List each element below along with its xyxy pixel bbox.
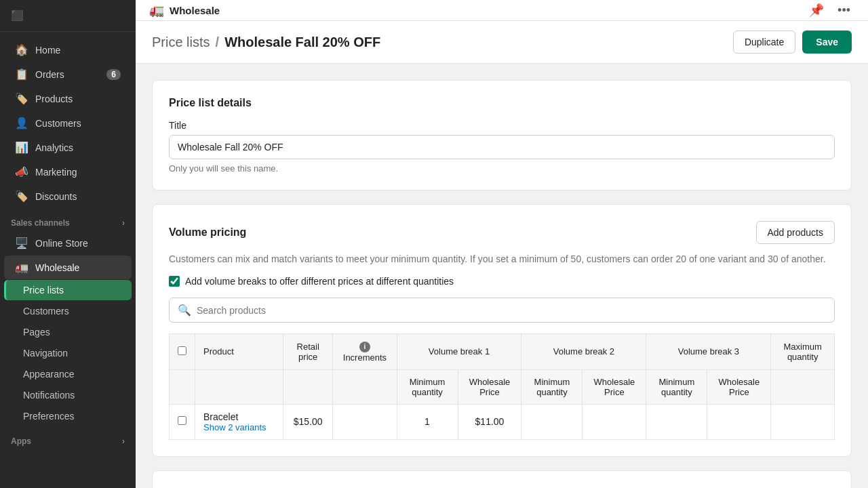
title-input[interactable] (169, 135, 835, 159)
table-row: Bracelet Show 2 variants $15.00 1 $11.00 (170, 404, 835, 439)
sales-channels-title: Sales channels (11, 218, 70, 228)
sidebar-item-wholesale-label: Wholesale (35, 262, 79, 273)
breadcrumb: Price lists / Wholesale Fall 20% OFF (152, 35, 380, 50)
topbar: 🚛 Wholesale 📌 ••• (136, 0, 868, 21)
vb2-min-qty-cell[interactable] (521, 404, 583, 439)
retail-price-col-header: Retail price (283, 334, 333, 370)
sidebar-sub-item-preferences[interactable]: Preferences (4, 406, 132, 426)
sidebar-nav: 🏠 Home 📋 Orders 6 🏷️ Products 👤 Customer… (0, 32, 136, 488)
topbar-left: 🚛 Wholesale (149, 3, 220, 18)
sidebar-item-orders-label: Orders (35, 69, 64, 80)
save-button[interactable]: Save (802, 30, 852, 54)
sidebar-item-online-store[interactable]: 🖥️ Online Store (4, 231, 132, 255)
sidebar-item-discounts[interactable]: 🏷️ Discounts (4, 184, 132, 208)
row-checkbox[interactable] (178, 416, 186, 425)
apps-title: Apps (11, 436, 31, 446)
sidebar-item-home-label: Home (35, 45, 60, 56)
increments-cell (333, 404, 397, 439)
breadcrumb-price-lists-link[interactable]: Price lists (152, 35, 210, 50)
volume-breaks-label: Add volume breaks to offer different pri… (185, 276, 454, 287)
empty-header-0 (170, 369, 195, 404)
row-select-cell (170, 404, 195, 439)
sidebar-sub-item-navigation[interactable]: Navigation (4, 343, 132, 363)
orders-icon: 📋 (15, 68, 28, 81)
sidebar-item-analytics[interactable]: 📊 Analytics (4, 136, 132, 159)
sidebar-sub-item-notifications-label: Notifications (23, 390, 75, 401)
pin-button[interactable]: 📌 (805, 0, 828, 20)
vb1-wholesale-cell[interactable]: $11.00 (458, 404, 521, 439)
add-products-button[interactable]: Add products (756, 221, 835, 244)
empty-header-max (771, 369, 835, 404)
sidebar-logo: ⬛ (0, 0, 136, 32)
vb3-min-qty-cell[interactable] (646, 404, 707, 439)
topbar-wholesale-icon: 🚛 (149, 3, 164, 18)
max-qty-cell[interactable] (771, 404, 835, 439)
vol-break-2-header: Volume break 2 (521, 334, 646, 370)
select-all-checkbox[interactable] (178, 346, 186, 355)
sidebar-sub-item-price-lists[interactable]: Price lists (4, 280, 132, 300)
volume-breaks-checkbox[interactable] (169, 276, 180, 287)
sidebar-sub-item-appearance[interactable]: Appearance (4, 364, 132, 384)
breadcrumb-current-page: Wholesale Fall 20% OFF (224, 35, 380, 50)
vb1-min-qty-sub-header: Minimum quantity (397, 369, 458, 404)
title-hint: Only you will see this name. (169, 163, 835, 174)
info-icon[interactable]: i (359, 342, 370, 352)
store-icon: ⬛ (11, 9, 24, 21)
empty-header-1 (195, 369, 283, 404)
increments-col-header: i Increments (333, 334, 397, 370)
sales-channels-section: Sales channels › (0, 209, 136, 230)
wholesale-icon: 🚛 (15, 261, 28, 274)
product-variants-link[interactable]: Show 2 variants (203, 422, 275, 432)
sidebar-item-marketing[interactable]: 📣 Marketing (4, 160, 132, 184)
product-name-cell: Bracelet Show 2 variants (195, 404, 283, 439)
max-qty-header: Maximum quantity (771, 334, 835, 370)
sidebar-item-discounts-label: Discounts (35, 191, 77, 202)
vb1-wholesale-sub-header: Wholesale Price (458, 369, 521, 404)
sidebar-item-orders[interactable]: 📋 Orders 6 (4, 62, 132, 86)
orders-badge: 6 (106, 69, 121, 80)
sidebar-item-customers-label: Customers (35, 118, 81, 129)
more-options-button[interactable]: ••• (833, 1, 854, 20)
sidebar-item-marketing-label: Marketing (35, 167, 77, 178)
sidebar-item-products[interactable]: 🏷️ Products (4, 87, 132, 110)
vb3-wholesale-cell[interactable] (707, 404, 771, 439)
empty-header-3 (333, 369, 397, 404)
volume-breaks-checkbox-row: Add volume breaks to offer different pri… (169, 276, 835, 287)
wholesale-sub-nav: Price lists Customers Pages Navigation A… (0, 280, 136, 426)
search-products-input[interactable] (197, 305, 826, 316)
marketing-icon: 📣 (15, 165, 28, 178)
vb3-min-qty-sub-header: Minimum quantity (646, 369, 707, 404)
sidebar-sub-item-price-lists-label: Price lists (23, 285, 64, 296)
home-icon: 🏠 (15, 43, 28, 56)
sidebar-item-customers[interactable]: 👤 Customers (4, 111, 132, 135)
apps-expand-icon[interactable]: › (122, 436, 125, 446)
vol-break-3-header: Volume break 3 (646, 334, 771, 370)
sales-channels-expand-icon[interactable]: › (122, 218, 125, 228)
vb2-wholesale-cell[interactable] (583, 404, 646, 439)
sidebar-item-home[interactable]: 🏠 Home (4, 38, 132, 62)
analytics-icon: 📊 (15, 141, 28, 154)
sidebar-sub-item-preferences-label: Preferences (23, 411, 74, 422)
product-name: Bracelet (203, 411, 275, 422)
vol-break-1-header: Volume break 1 (397, 334, 521, 370)
duplicate-button[interactable]: Duplicate (733, 30, 795, 54)
topbar-title: Wholesale (170, 5, 220, 16)
volume-pricing-title: Volume pricing (169, 226, 246, 239)
content: Price list details Title Only you will s… (136, 64, 868, 488)
sidebar-sub-item-navigation-label: Navigation (23, 348, 68, 359)
sidebar-item-wholesale[interactable]: 🚛 Wholesale (4, 256, 132, 279)
breadcrumb-separator: / (216, 35, 220, 50)
customers-icon: 👤 (15, 117, 28, 129)
page-actions: Duplicate Save (733, 30, 852, 54)
sidebar-item-products-label: Products (35, 94, 73, 104)
main-area: 🚛 Wholesale 📌 ••• Price lists / Wholesal… (136, 0, 868, 488)
apps-section: Apps › (0, 427, 136, 449)
vb2-wholesale-sub-header: Wholesale Price (583, 369, 646, 404)
sidebar-sub-item-notifications[interactable]: Notifications (4, 385, 132, 405)
sidebar-sub-item-customers[interactable]: Customers (4, 301, 132, 321)
product-col-header: Product (195, 334, 283, 370)
vb1-min-qty-cell[interactable]: 1 (397, 404, 458, 439)
sidebar-sub-item-pages[interactable]: Pages (4, 322, 132, 342)
sidebar-item-online-store-label: Online Store (35, 238, 88, 249)
search-products-box: 🔍 (169, 298, 835, 323)
